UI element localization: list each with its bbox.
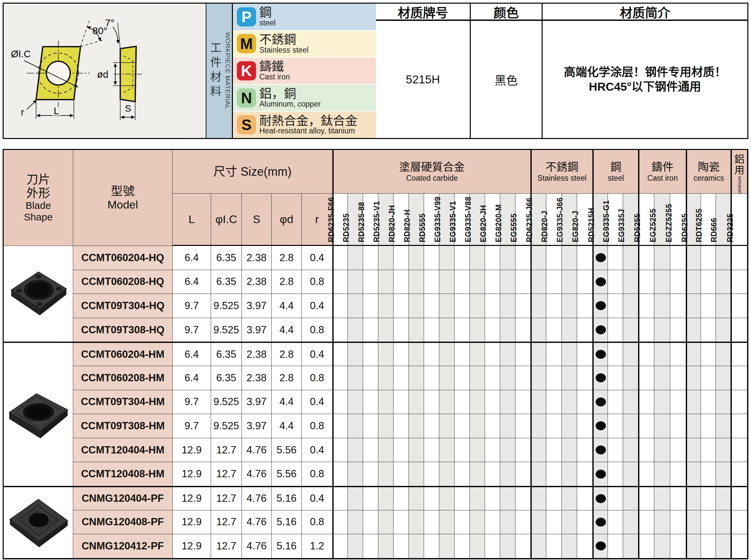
availability-cell bbox=[638, 294, 654, 318]
availability-cell bbox=[333, 486, 348, 511]
availability-cell bbox=[363, 318, 378, 342]
availability-cell bbox=[654, 462, 670, 486]
material-en-label: Cast iron bbox=[259, 73, 290, 81]
availability-cell bbox=[439, 270, 455, 294]
availability-cell bbox=[716, 390, 731, 414]
availability-cell bbox=[363, 342, 378, 366]
availability-cell bbox=[348, 438, 363, 462]
model-cell: CCMT09T304-HM bbox=[73, 390, 173, 414]
availability-cell bbox=[363, 390, 378, 414]
group-header-steel: 鋼steel bbox=[593, 150, 638, 194]
availability-cell bbox=[716, 414, 731, 438]
availability-cell bbox=[500, 438, 516, 462]
group-header-coated-carbide: 塗層硬質合金Coated carbide bbox=[333, 150, 531, 194]
availability-cell bbox=[686, 342, 701, 366]
availability-cell bbox=[716, 318, 731, 342]
availability-dot bbox=[596, 325, 606, 334]
availability-cell bbox=[393, 511, 409, 535]
availability-cell bbox=[348, 366, 363, 390]
availability-cell bbox=[409, 270, 424, 294]
availability-cell bbox=[348, 294, 363, 318]
availability-cell bbox=[577, 462, 593, 486]
model-cell: CCMT120408-HM bbox=[73, 462, 173, 486]
availability-cell bbox=[701, 414, 716, 438]
availability-cell bbox=[516, 270, 531, 294]
size-cell: 12.9 bbox=[173, 511, 211, 535]
group-header-cast-iron: 鑄件Cast iron bbox=[638, 150, 686, 194]
availability-cell bbox=[393, 366, 409, 390]
availability-cell bbox=[470, 366, 485, 390]
availability-cell bbox=[577, 318, 593, 342]
availability-dot bbox=[596, 494, 606, 503]
availability-cell bbox=[455, 390, 470, 414]
availability-cell bbox=[731, 511, 747, 535]
corner-radius-label: r bbox=[21, 107, 24, 118]
availability-cell bbox=[455, 270, 470, 294]
availability-cell bbox=[485, 342, 500, 366]
size-cell: 4.76 bbox=[242, 511, 272, 535]
size-cell: 12.9 bbox=[173, 462, 211, 486]
availability-cell bbox=[516, 294, 531, 318]
availability-cell bbox=[638, 390, 654, 414]
availability-cell bbox=[424, 366, 439, 390]
availability-cell bbox=[500, 318, 516, 342]
availability-cell bbox=[608, 511, 623, 535]
availability-cell bbox=[516, 462, 531, 486]
size-cell: 0.4 bbox=[302, 438, 333, 462]
availability-cell bbox=[546, 414, 562, 438]
availability-cell bbox=[363, 534, 378, 558]
availability-cell bbox=[485, 390, 500, 414]
availability-cell bbox=[378, 486, 393, 511]
availability-cell bbox=[531, 511, 546, 535]
availability-cell bbox=[455, 366, 470, 390]
availability-cell bbox=[731, 438, 747, 462]
availability-cell bbox=[409, 534, 424, 558]
size-cell: 3.97 bbox=[242, 318, 272, 342]
availability-cell bbox=[409, 486, 424, 511]
size-cell: 0.4 bbox=[302, 294, 333, 318]
availability-cell bbox=[623, 366, 638, 390]
availability-cell bbox=[393, 246, 409, 270]
availability-cell bbox=[623, 342, 638, 366]
availability-cell bbox=[531, 342, 546, 366]
availability-cell bbox=[531, 390, 546, 414]
size-cell: 6.35 bbox=[211, 366, 242, 390]
size-cell: 5.56 bbox=[272, 438, 302, 462]
availability-cell bbox=[516, 438, 531, 462]
size-cell: 4.76 bbox=[242, 534, 272, 558]
availability-cell bbox=[470, 318, 485, 342]
workpiece-material-strip: 工件材料 WORKPIECE MATERIAL bbox=[206, 4, 233, 138]
availability-cell bbox=[623, 246, 638, 270]
availability-cell bbox=[670, 342, 686, 366]
availability-cell bbox=[593, 438, 608, 462]
availability-cell bbox=[686, 486, 701, 511]
availability-cell bbox=[562, 270, 577, 294]
availability-cell bbox=[654, 366, 670, 390]
availability-cell bbox=[562, 486, 577, 511]
size-cell: 12.7 bbox=[211, 486, 242, 511]
availability-cell bbox=[623, 390, 638, 414]
availability-cell bbox=[562, 366, 577, 390]
grade-info-table: 材质牌号 颜色 材质简介 5215H 黑色 高端化学涂层！钢件专用材质！ HRC… bbox=[376, 4, 747, 138]
material-labels: 鋼steel bbox=[259, 7, 276, 27]
availability-cell bbox=[500, 366, 516, 390]
availability-cell bbox=[562, 534, 577, 558]
angle-7-label: 7° bbox=[105, 17, 115, 28]
availability-cell bbox=[577, 486, 593, 511]
size-cell: 12.9 bbox=[173, 438, 211, 462]
availability-cell bbox=[500, 246, 516, 270]
availability-cell bbox=[686, 318, 701, 342]
availability-cell bbox=[546, 246, 562, 270]
availability-cell bbox=[455, 414, 470, 438]
size-cell: 4.4 bbox=[272, 294, 302, 318]
availability-cell bbox=[455, 438, 470, 462]
availability-cell bbox=[701, 246, 716, 270]
size-cell: 6.35 bbox=[211, 342, 242, 366]
availability-cell bbox=[686, 462, 701, 486]
availability-cell bbox=[439, 366, 455, 390]
availability-cell bbox=[439, 342, 455, 366]
availability-cell bbox=[654, 438, 670, 462]
model-cell: CNMG120404-PF bbox=[73, 486, 173, 511]
availability-cell bbox=[638, 366, 654, 390]
availability-cell bbox=[333, 294, 348, 318]
